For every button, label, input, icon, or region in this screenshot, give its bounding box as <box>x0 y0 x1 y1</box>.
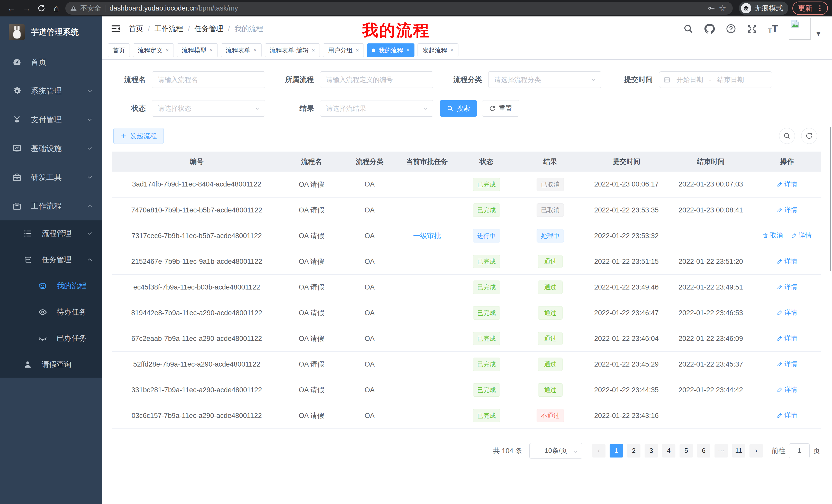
sidebar-item-已办任务[interactable]: 已办任务 <box>0 325 102 352</box>
detail-action-link[interactable]: 详情 <box>777 257 797 265</box>
tab-我的流程[interactable]: 我的流程× <box>367 44 414 57</box>
detail-action-link[interactable]: 详情 <box>777 385 797 394</box>
tab-流程表单-编辑[interactable]: 流程表单-编辑× <box>265 44 320 57</box>
caret-down-icon[interactable]: ▼ <box>815 30 822 38</box>
forward-button[interactable]: → <box>19 2 34 14</box>
status-filter-select[interactable] <box>152 100 265 117</box>
detail-action-link[interactable]: 详情 <box>791 231 811 240</box>
current-task-cell <box>397 274 457 300</box>
detail-action-link[interactable]: 详情 <box>777 308 797 317</box>
monitor-icon <box>12 144 22 153</box>
result-filter-select[interactable] <box>320 100 433 117</box>
sidebar-item-流程管理[interactable]: 流程管理 <box>0 220 102 247</box>
end-date-input[interactable] <box>711 76 750 84</box>
bookmark-star-icon[interactable]: ☆ <box>717 3 728 13</box>
result-cell: 已取消 <box>516 197 584 223</box>
font-size-icon[interactable]: TT <box>768 24 778 34</box>
tab-close-icon[interactable]: × <box>450 47 453 54</box>
sidebar-item-系统管理[interactable]: 系统管理 <box>0 77 102 105</box>
tab-流程模型[interactable]: 流程模型× <box>177 44 218 57</box>
security-label[interactable]: 不安全 <box>80 4 101 13</box>
fullscreen-icon[interactable] <box>747 24 757 34</box>
breadcrumb-item[interactable]: 首页 <box>129 24 143 34</box>
process-id-cell: 7470a810-7b9b-11ec-b5b7-acde48001122 <box>112 197 281 223</box>
process-input[interactable] <box>320 72 433 88</box>
tab-close-icon[interactable]: × <box>254 47 257 54</box>
submit-time-range-picker[interactable]: - <box>659 72 772 88</box>
detail-action-link[interactable]: 详情 <box>777 283 797 291</box>
sidebar-item-支付管理[interactable]: 支付管理 <box>0 105 102 134</box>
back-button[interactable]: ← <box>4 2 19 14</box>
sidebar-item-基础设施[interactable]: 基础设施 <box>0 134 102 163</box>
process-filter-input[interactable] <box>320 72 433 88</box>
reset-button[interactable]: 重置 <box>482 100 519 117</box>
start-date-input[interactable] <box>671 76 709 84</box>
tab-流程表单[interactable]: 流程表单× <box>221 44 262 57</box>
robot-icon <box>37 281 48 290</box>
tab-发起流程[interactable]: 发起流程× <box>418 44 459 57</box>
goto-page-input[interactable] <box>789 443 810 458</box>
detail-action-link[interactable]: 详情 <box>777 180 797 188</box>
browser-menu-icon[interactable] <box>816 4 824 12</box>
tab-用户分组[interactable]: 用户分组× <box>323 44 364 57</box>
reload-button[interactable] <box>34 2 49 14</box>
tab-close-icon[interactable]: × <box>312 47 315 54</box>
scrollbar[interactable] <box>830 127 831 271</box>
tab-close-icon[interactable]: × <box>210 47 213 54</box>
toggle-search-button[interactable] <box>779 128 795 144</box>
update-button[interactable]: 更新 <box>792 2 828 15</box>
detail-action-link[interactable]: 详情 <box>777 411 797 419</box>
tab-流程定义[interactable]: 流程定义× <box>133 44 174 57</box>
detail-action-link[interactable]: 详情 <box>777 334 797 342</box>
home-button[interactable]: ⌂ <box>49 2 64 14</box>
sidebar-item-任务管理[interactable]: 任务管理 <box>0 247 102 273</box>
tab-close-icon[interactable]: × <box>356 47 359 54</box>
result-select[interactable] <box>320 100 433 117</box>
category-select[interactable] <box>488 72 601 88</box>
prev-page-button[interactable]: ‹ <box>592 444 605 457</box>
cancel-action-link[interactable]: 取消 <box>762 231 783 240</box>
sidebar-item-请假查询[interactable]: 请假查询 <box>0 352 102 377</box>
more-pages-button[interactable]: ··· <box>714 444 728 457</box>
sidebar-collapse-button[interactable] <box>110 23 122 35</box>
submit-time-cell: 2022-01-22 23:53:35 <box>584 197 669 223</box>
status-select[interactable] <box>152 100 265 117</box>
page-button-11[interactable]: 11 <box>732 444 745 457</box>
avatar[interactable] <box>789 18 811 40</box>
address-bar[interactable]: 不安全 dashboard.yudao.iocoder.cn/bpm/task/… <box>65 2 733 15</box>
page-button-1[interactable]: 1 <box>609 444 623 457</box>
detail-action-link[interactable]: 详情 <box>777 205 797 214</box>
sidebar-item-首页[interactable]: 首页 <box>0 48 102 77</box>
create-process-button[interactable]: 发起流程 <box>113 128 164 144</box>
name-input[interactable] <box>152 72 265 88</box>
sidebar-item-待办任务[interactable]: 待办任务 <box>0 299 102 325</box>
tab-首页[interactable]: 首页 <box>108 44 130 57</box>
page-button-6[interactable]: 6 <box>697 444 710 457</box>
sidebar-item-工作流程[interactable]: 工作流程 <box>0 192 102 220</box>
task-link[interactable]: 一级审批 <box>413 232 441 240</box>
page-button-2[interactable]: 2 <box>627 444 641 457</box>
app-logo-row[interactable]: 芋道管理系统 <box>0 17 102 48</box>
tab-close-icon[interactable]: × <box>165 47 169 54</box>
page-button-5[interactable]: 5 <box>679 444 693 457</box>
name-filter-input[interactable] <box>152 72 265 88</box>
sidebar-item-研发工具[interactable]: 研发工具 <box>0 163 102 192</box>
page-button-4[interactable]: 4 <box>662 444 675 457</box>
sidebar-item-我的流程[interactable]: 我的流程 <box>0 273 102 299</box>
refresh-list-button[interactable] <box>801 128 817 144</box>
github-icon[interactable] <box>704 23 715 34</box>
breadcrumb-item[interactable]: 工作流程 <box>155 24 183 34</box>
table-row: 03c6c157-7b9a-11ec-a290-acde48001122 OA … <box>112 403 821 428</box>
tab-close-icon[interactable]: × <box>406 47 410 54</box>
page-size-select[interactable]: 10条/页 <box>529 443 582 458</box>
help-icon[interactable] <box>726 24 736 34</box>
next-page-button[interactable]: › <box>750 444 763 457</box>
detail-action-link[interactable]: 详情 <box>777 360 797 368</box>
category-filter-select[interactable] <box>488 72 601 88</box>
end-time-cell: 2022-01-22 23:45:37 <box>669 352 753 377</box>
breadcrumb-item[interactable]: 任务管理 <box>194 24 224 34</box>
search-button[interactable]: 搜索 <box>440 100 477 117</box>
header-search-icon[interactable] <box>683 24 694 34</box>
password-key-icon[interactable] <box>705 4 717 12</box>
page-button-3[interactable]: 3 <box>645 444 658 457</box>
